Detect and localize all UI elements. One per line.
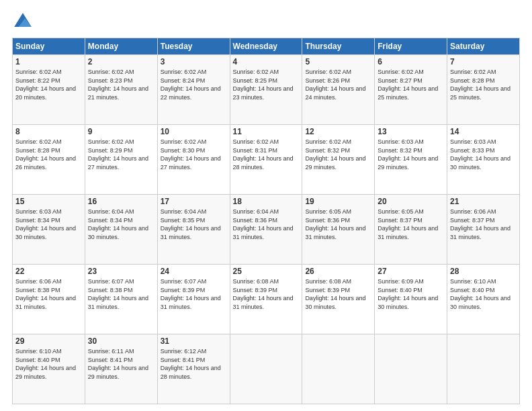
day-info: Sunrise: 6:11 AMSunset: 8:41 PMDaylight:… [88,348,148,380]
day-info: Sunrise: 6:02 AMSunset: 8:24 PMDaylight:… [161,68,221,101]
day-number: 30 [88,336,154,346]
calendar-cell: 23 Sunrise: 6:07 AMSunset: 8:38 PMDaylig… [85,265,157,334]
day-info: Sunrise: 6:07 AMSunset: 8:38 PMDaylight:… [88,278,148,310]
calendar-cell: 4 Sunrise: 6:02 AMSunset: 8:25 PMDayligh… [230,55,302,125]
day-info: Sunrise: 6:04 AMSunset: 8:34 PMDaylight:… [88,208,148,240]
calendar-week: 15 Sunrise: 6:03 AMSunset: 8:34 PMDaylig… [13,195,520,265]
day-info: Sunrise: 6:02 AMSunset: 8:26 PMDaylight:… [305,68,365,101]
day-number: 25 [233,267,300,276]
calendar-week: 29 Sunrise: 6:10 AMSunset: 8:40 PMDaylig… [13,334,520,404]
calendar-cell [375,334,447,404]
day-number: 21 [450,197,517,206]
day-number: 24 [161,267,227,276]
day-number: 3 [161,57,227,66]
calendar-cell: 8 Sunrise: 6:02 AMSunset: 8:28 PMDayligh… [13,125,85,195]
day-info: Sunrise: 6:08 AMSunset: 8:39 PMDaylight:… [233,278,294,310]
day-info: Sunrise: 6:04 AMSunset: 8:36 PMDaylight:… [233,208,294,240]
day-info: Sunrise: 6:02 AMSunset: 8:28 PMDaylight:… [450,68,511,101]
day-info: Sunrise: 6:09 AMSunset: 8:40 PMDaylight:… [378,278,438,310]
day-number: 23 [88,267,154,276]
calendar-cell: 22 Sunrise: 6:06 AMSunset: 8:38 PMDaylig… [13,265,85,334]
calendar-cell: 15 Sunrise: 6:03 AMSunset: 8:34 PMDaylig… [13,195,85,265]
day-number: 1 [15,57,82,66]
calendar-cell: 17 Sunrise: 6:04 AMSunset: 8:35 PMDaylig… [157,195,230,265]
day-number: 18 [233,197,300,206]
calendar-cell [447,334,520,404]
calendar-cell: 25 Sunrise: 6:08 AMSunset: 8:39 PMDaylig… [230,265,302,334]
calendar-cell: 28 Sunrise: 6:10 AMSunset: 8:40 PMDaylig… [447,265,520,334]
calendar-cell: 6 Sunrise: 6:02 AMSunset: 8:27 PMDayligh… [375,55,447,125]
calendar-week: 8 Sunrise: 6:02 AMSunset: 8:28 PMDayligh… [13,125,520,195]
calendar-body: 1 Sunrise: 6:02 AMSunset: 8:22 PMDayligh… [13,55,520,404]
calendar-cell: 20 Sunrise: 6:05 AMSunset: 8:37 PMDaylig… [375,195,447,265]
calendar-cell: 27 Sunrise: 6:09 AMSunset: 8:40 PMDaylig… [375,265,447,334]
calendar-cell: 7 Sunrise: 6:02 AMSunset: 8:28 PMDayligh… [447,55,520,125]
day-number: 27 [378,267,444,276]
weekday-header: Thursday [302,38,375,55]
day-info: Sunrise: 6:02 AMSunset: 8:32 PMDaylight:… [305,138,365,171]
day-info: Sunrise: 6:05 AMSunset: 8:37 PMDaylight:… [378,208,438,240]
day-info: Sunrise: 6:02 AMSunset: 8:23 PMDaylight:… [88,68,148,101]
calendar-cell: 21 Sunrise: 6:06 AMSunset: 8:37 PMDaylig… [447,195,520,265]
day-info: Sunrise: 6:10 AMSunset: 8:40 PMDaylight:… [450,278,511,310]
day-info: Sunrise: 6:02 AMSunset: 8:27 PMDaylight:… [378,68,438,101]
day-info: Sunrise: 6:02 AMSunset: 8:28 PMDaylight:… [15,138,76,171]
header [12,11,520,32]
day-info: Sunrise: 6:06 AMSunset: 8:37 PMDaylight:… [450,208,511,240]
day-number: 19 [305,197,371,206]
day-info: Sunrise: 6:06 AMSunset: 8:38 PMDaylight:… [15,278,76,310]
day-info: Sunrise: 6:02 AMSunset: 8:25 PMDaylight:… [233,68,294,101]
day-info: Sunrise: 6:08 AMSunset: 8:39 PMDaylight:… [305,278,365,310]
day-info: Sunrise: 6:05 AMSunset: 8:36 PMDaylight:… [305,208,365,240]
day-number: 22 [15,267,82,276]
day-number: 4 [233,57,300,66]
logo [12,11,38,32]
day-number: 6 [378,57,444,66]
calendar-cell: 12 Sunrise: 6:02 AMSunset: 8:32 PMDaylig… [302,125,375,195]
day-number: 8 [15,127,82,136]
calendar-cell: 11 Sunrise: 6:02 AMSunset: 8:31 PMDaylig… [230,125,302,195]
day-info: Sunrise: 6:02 AMSunset: 8:31 PMDaylight:… [233,138,294,171]
calendar-cell: 10 Sunrise: 6:02 AMSunset: 8:30 PMDaylig… [157,125,230,195]
calendar-cell: 5 Sunrise: 6:02 AMSunset: 8:26 PMDayligh… [302,55,375,125]
day-number: 31 [161,336,227,346]
weekday-header: Monday [85,38,157,55]
weekday-header: Wednesday [230,38,302,55]
day-info: Sunrise: 6:03 AMSunset: 8:32 PMDaylight:… [378,138,438,171]
calendar-cell: 19 Sunrise: 6:05 AMSunset: 8:36 PMDaylig… [302,195,375,265]
day-info: Sunrise: 6:02 AMSunset: 8:29 PMDaylight:… [88,138,148,171]
day-info: Sunrise: 6:02 AMSunset: 8:22 PMDaylight:… [15,68,76,101]
day-number: 16 [88,197,154,206]
calendar-header: SundayMondayTuesdayWednesdayThursdayFrid… [13,38,520,55]
calendar-cell: 9 Sunrise: 6:02 AMSunset: 8:29 PMDayligh… [85,125,157,195]
calendar-cell: 18 Sunrise: 6:04 AMSunset: 8:36 PMDaylig… [230,195,302,265]
day-number: 17 [161,197,227,206]
weekday-header: Sunday [13,38,85,55]
calendar-cell: 16 Sunrise: 6:04 AMSunset: 8:34 PMDaylig… [85,195,157,265]
day-number: 10 [161,127,227,136]
weekday-header: Tuesday [157,38,230,55]
day-number: 12 [305,127,371,136]
day-number: 29 [15,336,82,346]
day-info: Sunrise: 6:04 AMSunset: 8:35 PMDaylight:… [161,208,221,240]
calendar-cell: 31 Sunrise: 6:12 AMSunset: 8:41 PMDaylig… [157,334,230,404]
day-info: Sunrise: 6:03 AMSunset: 8:34 PMDaylight:… [15,208,76,240]
calendar-cell: 29 Sunrise: 6:10 AMSunset: 8:40 PMDaylig… [13,334,85,404]
day-info: Sunrise: 6:03 AMSunset: 8:33 PMDaylight:… [450,138,511,171]
calendar-cell [302,334,375,404]
calendar-cell: 3 Sunrise: 6:02 AMSunset: 8:24 PMDayligh… [157,55,230,125]
weekday-header: Saturday [447,38,520,55]
day-number: 20 [378,197,444,206]
page: SundayMondayTuesdayWednesdayThursdayFrid… [0,0,532,411]
day-number: 7 [450,57,517,66]
calendar-cell: 14 Sunrise: 6:03 AMSunset: 8:33 PMDaylig… [447,125,520,195]
calendar-cell: 24 Sunrise: 6:07 AMSunset: 8:39 PMDaylig… [157,265,230,334]
calendar-week: 22 Sunrise: 6:06 AMSunset: 8:38 PMDaylig… [13,265,520,334]
weekday-header: Friday [375,38,447,55]
day-number: 26 [305,267,371,276]
calendar: SundayMondayTuesdayWednesdayThursdayFrid… [12,38,520,404]
logo-icon [12,11,34,32]
day-info: Sunrise: 6:10 AMSunset: 8:40 PMDaylight:… [15,348,76,380]
calendar-cell: 1 Sunrise: 6:02 AMSunset: 8:22 PMDayligh… [13,55,85,125]
day-info: Sunrise: 6:02 AMSunset: 8:30 PMDaylight:… [161,138,221,171]
